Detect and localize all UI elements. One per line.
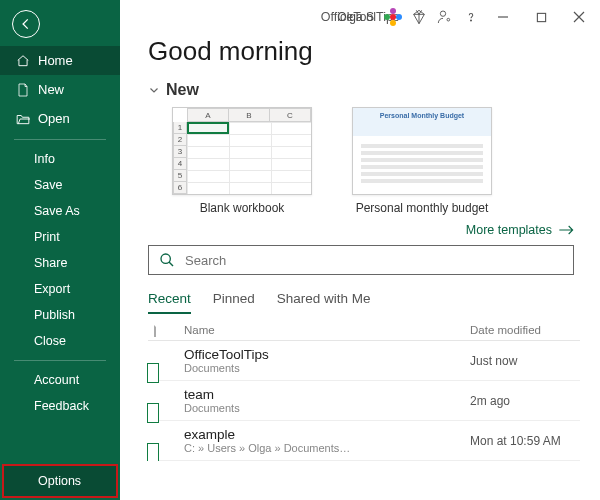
file-name: OfficeToolTips	[184, 347, 470, 362]
svg-point-1	[447, 18, 450, 21]
nav-new-label: New	[38, 82, 64, 97]
nav-saveas[interactable]: Save As	[0, 198, 120, 224]
backstage-sidebar: Home New Open Info Save Save As Print Sh…	[0, 0, 120, 500]
nav-new[interactable]: New	[0, 75, 120, 104]
folder-open-icon	[16, 113, 30, 125]
back-button[interactable]	[12, 10, 40, 38]
account-avatar-icon[interactable]	[384, 8, 402, 26]
more-templates-link[interactable]: More templates	[148, 223, 574, 237]
file-name: team	[184, 387, 470, 402]
arrow-right-icon	[558, 225, 574, 235]
nav-publish[interactable]: Publish	[0, 302, 120, 328]
file-tabs: Recent Pinned Shared with Me	[148, 287, 580, 314]
template-personal-monthly-budget[interactable]: Personal Monthly Budget Personal monthly…	[352, 107, 492, 215]
tab-recent[interactable]: Recent	[148, 287, 191, 314]
options-highlight: Options	[2, 464, 118, 498]
nav-print[interactable]: Print	[0, 224, 120, 250]
titlebar: OfficeToolTips Olga S	[120, 0, 600, 34]
document-icon	[16, 83, 30, 97]
nav-feedback[interactable]: Feedback	[0, 393, 120, 419]
file-path: C: » Users » Olga » Documents…	[184, 442, 470, 454]
nav-home[interactable]: Home	[0, 46, 120, 75]
nav-options[interactable]: Options	[4, 466, 116, 496]
svg-point-2	[471, 20, 472, 21]
close-button[interactable]	[564, 4, 594, 30]
new-section-label: New	[166, 81, 199, 99]
template-label: Personal monthly budget	[356, 201, 489, 215]
diamond-icon[interactable]	[410, 8, 428, 26]
nav-home-label: Home	[38, 53, 73, 68]
nav-save[interactable]: Save	[0, 172, 120, 198]
help-icon[interactable]	[462, 8, 480, 26]
nav-close[interactable]: Close	[0, 328, 120, 354]
minimize-button[interactable]	[488, 4, 518, 30]
template-thumb: Personal Monthly Budget	[352, 107, 492, 195]
nav-account[interactable]: Account	[0, 367, 120, 393]
nav-open-label: Open	[38, 111, 70, 126]
tab-pinned[interactable]: Pinned	[213, 287, 255, 314]
file-list-header: Name Date modified	[148, 318, 580, 341]
divider	[14, 360, 106, 361]
maximize-button[interactable]	[526, 4, 556, 30]
new-section-header[interactable]: New	[148, 81, 580, 99]
nav-export[interactable]: Export	[0, 276, 120, 302]
column-name[interactable]: Name	[184, 324, 470, 336]
template-thumb: ABC 123456	[172, 107, 312, 195]
template-blank-workbook[interactable]: ABC 123456 Blank workbook	[172, 107, 312, 215]
home-icon	[16, 54, 30, 68]
file-row[interactable]: OfficeToolTips Documents Just now	[148, 341, 580, 381]
search-input[interactable]	[185, 253, 563, 268]
document-icon	[154, 323, 156, 337]
column-date[interactable]: Date modified	[470, 324, 580, 336]
svg-point-4	[161, 254, 170, 263]
file-date: Mon at 10:59 AM	[470, 434, 580, 448]
file-row[interactable]: example C: » Users » Olga » Documents… M…	[148, 421, 580, 461]
file-name: example	[184, 427, 470, 442]
nav-share[interactable]: Share	[0, 250, 120, 276]
file-date: 2m ago	[470, 394, 580, 408]
notification-icon[interactable]	[436, 8, 454, 26]
search-box[interactable]	[148, 245, 574, 275]
svg-point-0	[440, 11, 445, 16]
template-label: Blank workbook	[200, 201, 285, 215]
nav-open[interactable]: Open	[0, 104, 120, 133]
svg-rect-3	[537, 13, 545, 21]
file-row[interactable]: team Documents 2m ago	[148, 381, 580, 421]
tab-shared[interactable]: Shared with Me	[277, 287, 371, 314]
file-path: Documents	[184, 362, 470, 374]
main-panel: OfficeToolTips Olga S Good morning New A	[120, 0, 600, 500]
search-icon	[159, 252, 175, 268]
nav-info[interactable]: Info	[0, 146, 120, 172]
divider	[14, 139, 106, 140]
file-date: Just now	[470, 354, 580, 368]
greeting-heading: Good morning	[148, 36, 580, 67]
chevron-down-icon	[148, 84, 160, 96]
file-path: Documents	[184, 402, 470, 414]
